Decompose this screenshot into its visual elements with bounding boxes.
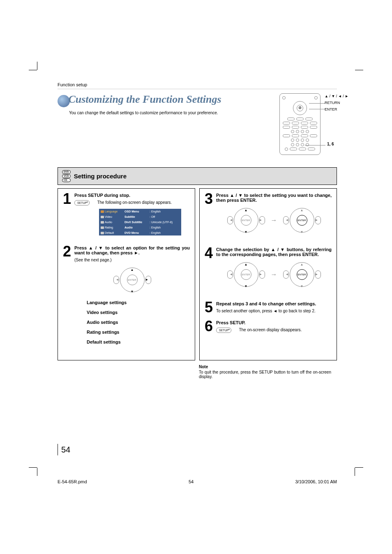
step-5-heading: Repeat steps 3 and 4 to change other set… [216,301,332,306]
footer-page: 54 [189,479,194,484]
step-6-text: The on-screen display disappears. [239,328,302,332]
step-4-heading: Change the selection by ▲ / ▼ buttons, b… [216,247,332,257]
cd-badge: CD [62,178,71,182]
step-3-heading: Press ▲ / ▼ to select the setting you wa… [216,193,332,203]
note-block: Note To quit the procedure, press the SE… [197,365,333,379]
section-header: DVD VCD CD Setting procedure [58,167,337,185]
step-2-heading: Press ▲ / ▼ to select an option for the … [74,245,190,255]
step-1-number: 1 [63,193,71,239]
arrow-right-icon: → [271,271,277,278]
settings-item: Default settings [87,339,190,344]
settings-item: Video settings [87,310,190,315]
footer-timestamp: 3/10/2006, 10:01 AM [295,479,337,484]
dpad-icon: ▲▼ ◄► ENTER [286,206,318,235]
setup-button-icon: SETUP [216,328,231,333]
left-column: 1 Press SETUP during stop. SETUP The fol… [58,188,195,360]
step-3-number: 3 [205,193,213,240]
settings-item: Audio settings [87,320,190,325]
remote-diagram: ⦿ ▲ / ▼ / ◄ / ► RETURN ENTER 1, 6 [279,93,321,155]
osd-screenshot: LanguageOSD Menu: English VideoSubtitle:… [99,209,181,235]
settings-item: Language settings [87,300,190,305]
title-row: Customizing the Function Settings You ca… [58,93,337,155]
remote-return-label: RETURN [325,100,348,106]
note-title: Note [199,365,331,369]
footer-file: E-54-65R.pmd [58,479,87,484]
remote-enter-label: ENTER [325,106,348,112]
subtitle: You can change the default settings to c… [69,111,271,115]
note-text: To quit the procedure, press the SETUP b… [199,370,331,379]
settings-item: Rating settings [87,330,190,335]
setup-button-icon: SETUP [74,200,90,205]
step-4-number: 4 [205,247,213,295]
dpad-icon: ▲▼ ◄► ENTER [116,265,149,294]
dpad-icon: ▲▼ ◄► ENTER [230,260,263,289]
right-column: 3 Press ▲ / ▼ to select the setting you … [199,188,337,360]
step-1-text: The following on-screen display appears. [97,200,172,205]
step-2-seenext: (See the next page.) [74,258,190,262]
remote-steps-label: 1, 6 [327,142,334,146]
page-content: Function setup Customizing the Function … [58,82,337,379]
section-title: Setting procedure [74,173,127,180]
dpad-icon: ▲▼ ◄► ENTER [230,206,263,235]
disc-badges: DVD VCD CD [62,170,71,182]
step-2-number: 2 [63,245,71,349]
vcd-badge: VCD [62,174,71,178]
step-5-text: To select another option, press ◄ to go … [216,309,332,313]
step-1-heading: Press SETUP during stop. [74,193,190,198]
breadcrumb: Function setup [58,82,337,89]
step-6-heading: Press SETUP. [216,320,332,325]
arrow-right-icon: → [271,217,277,224]
page-title: Customizing the Function Settings [68,93,221,105]
dvd-badge: DVD [62,170,71,174]
page-number: 54 [58,444,70,455]
settings-list: Language settings Video settings Audio s… [87,300,190,344]
joystick-icon: ⦿ [293,101,307,115]
step-5-number: 5 [205,301,213,314]
footer: E-54-65R.pmd 54 3/10/2006, 10:01 AM [58,479,337,484]
step-6-number: 6 [205,320,213,333]
dpad-icon: ▲▼ ◄► ENTER [286,260,318,289]
remote-nav-label: ▲ / ▼ / ◄ / ► [325,93,348,99]
